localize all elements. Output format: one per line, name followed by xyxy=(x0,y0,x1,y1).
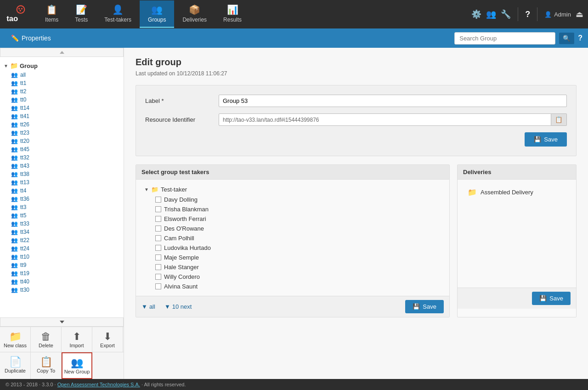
tree-item[interactable]: 👥tt36 xyxy=(9,195,122,203)
search-help-button[interactable]: ? xyxy=(578,34,582,42)
tt-checkbox[interactable] xyxy=(155,264,161,270)
nav-all-link[interactable]: ▼ all xyxy=(141,303,155,310)
tt-item[interactable]: Maje Semple xyxy=(152,253,445,262)
tt-checkbox[interactable] xyxy=(155,245,161,251)
tt-item[interactable]: Davy Dolling xyxy=(152,195,445,204)
resource-id-input[interactable] xyxy=(219,113,551,126)
tree-item[interactable]: 👥tt3 xyxy=(9,203,122,211)
label-input[interactable] xyxy=(219,95,567,107)
tree-item[interactable]: 👥tt34 xyxy=(9,228,122,236)
tt-checkbox[interactable] xyxy=(155,235,161,241)
tree-item[interactable]: 👥tt13 xyxy=(9,178,122,187)
settings-icon[interactable]: ⚙️ xyxy=(471,9,481,19)
tt-checkbox[interactable] xyxy=(155,274,161,280)
deliveries-panel-footer: 💾 Save xyxy=(458,288,576,309)
tree-item[interactable]: 👥tt40 xyxy=(9,277,122,286)
duplicate-label: Duplicate xyxy=(5,368,26,373)
tt-folder-label[interactable]: ▼ 📁 Test-taker xyxy=(141,184,445,195)
delete-icon: 🗑 xyxy=(41,331,51,343)
tt-checkbox[interactable] xyxy=(155,283,161,289)
tools-icon[interactable]: 🔧 xyxy=(501,9,511,19)
tree-item[interactable]: 👥tt24 xyxy=(9,244,122,253)
copy-to-icon: 📋 xyxy=(40,356,52,368)
folder-collapse-icon: ▼ xyxy=(4,63,8,68)
tree-item[interactable]: 👥tt26 xyxy=(9,120,122,129)
nav-item-deliveries[interactable]: 📦 Deliveries xyxy=(174,0,215,28)
tree-item[interactable]: 👥tt10 xyxy=(9,253,122,261)
nav-item-test-takers[interactable]: 👤 Test-takers xyxy=(96,0,140,28)
tree-item[interactable]: 👥tt45 xyxy=(9,145,122,153)
tree-item[interactable]: 👥tt19 xyxy=(9,269,122,277)
scroll-up-button[interactable] xyxy=(0,48,124,57)
resource-id-copy-button[interactable]: 📋 xyxy=(551,113,567,126)
delivery-item[interactable]: 📁 Assembled Delivery xyxy=(462,184,571,200)
tt-checkbox[interactable] xyxy=(155,197,161,203)
form-actions: 💾 Save xyxy=(145,132,567,147)
tree-item-label: tt19 xyxy=(20,270,29,277)
tree-item-label: tt2 xyxy=(20,88,26,95)
tree-item[interactable]: 👥tt4 xyxy=(9,187,122,195)
nav-item-items[interactable]: 📋 Items xyxy=(37,0,67,28)
tree-item[interactable]: 👥tt33 xyxy=(9,220,122,228)
tt-checkbox[interactable] xyxy=(155,206,161,212)
tree-item[interactable]: 👥tt38 xyxy=(9,170,122,178)
tt-checkbox[interactable] xyxy=(155,216,161,222)
tree-item-label: tt33 xyxy=(20,220,29,227)
properties-button[interactable]: ✏️ Properties xyxy=(6,32,57,45)
export-button[interactable]: ⬇ Export xyxy=(92,327,123,352)
tree-item[interactable]: 👥tt0 xyxy=(9,96,122,104)
form-save-button[interactable]: 💾 Save xyxy=(525,132,567,147)
nav-item-results[interactable]: 📊 Results xyxy=(215,0,250,28)
tree-item[interactable]: 👥tt14 xyxy=(9,104,122,112)
tree-root: ▼ 📁 Group 👥all👥tt1👥tt2👥tt0👥tt14👥tt41👥tt2… xyxy=(2,61,122,294)
help-icon[interactable]: ? xyxy=(525,10,530,19)
tt-item[interactable]: Willy Cordero xyxy=(152,272,445,282)
new-group-button[interactable]: 👥 New Group xyxy=(62,352,92,379)
tree-item-icon: 👥 xyxy=(11,237,18,243)
main-layout: ▼ 📁 Group 👥all👥tt1👥tt2👥tt0👥tt14👥tt41👥tt2… xyxy=(0,48,588,379)
new-class-button[interactable]: 📁 New class xyxy=(0,327,31,352)
import-button[interactable]: ⬆ Import xyxy=(62,327,92,352)
tt-checkbox[interactable] xyxy=(155,254,161,260)
tree-item[interactable]: 👥tt20 xyxy=(9,137,122,145)
nav-label-test-takers: Test-takers xyxy=(104,17,131,23)
test-takers-save-button[interactable]: 💾 Save xyxy=(405,300,444,313)
nav-next-link[interactable]: ▼ 10 next xyxy=(164,303,192,310)
tt-item[interactable]: Elsworth Ferrari xyxy=(152,214,445,224)
tree-item[interactable]: 👥tt9 xyxy=(9,261,122,269)
tt-item[interactable]: Des O'Rowane xyxy=(152,224,445,233)
tree-item[interactable]: 👥tt23 xyxy=(9,129,122,137)
nav-item-groups[interactable]: 👥 Groups xyxy=(140,0,174,28)
footer: © 2013 - 2018 · 3.3.0 · Open Assessment … xyxy=(0,379,588,390)
search-button[interactable]: 🔍 xyxy=(559,33,574,44)
tree-item[interactable]: 👥tt2 xyxy=(9,87,122,96)
scroll-down-button[interactable] xyxy=(0,317,124,327)
tt-item[interactable]: Ludovika Hurtado xyxy=(152,243,445,253)
tree-item[interactable]: 👥tt22 xyxy=(9,236,122,244)
footer-link[interactable]: Open Assessment Technologies S.A. xyxy=(57,382,140,387)
tree-item-label: tt3 xyxy=(20,204,26,210)
tree-item[interactable]: 👥tt43 xyxy=(9,162,122,170)
tree-item[interactable]: 👥tt1 xyxy=(9,79,122,87)
tree-folder-group[interactable]: ▼ 📁 Group xyxy=(2,61,122,71)
tt-checkbox[interactable] xyxy=(155,226,161,232)
nav-item-tests[interactable]: 📝 Tests xyxy=(67,0,96,28)
tree-item[interactable]: 👥tt41 xyxy=(9,112,122,120)
tt-item[interactable]: Cam Polhill xyxy=(152,233,445,243)
search-group-input[interactable] xyxy=(454,32,555,45)
tree-item-icon: 👥 xyxy=(11,254,18,260)
tree-item[interactable]: 👥tt30 xyxy=(9,286,122,294)
copy-to-button[interactable]: 📋 Copy To xyxy=(31,352,62,379)
tree-item[interactable]: 👥tt32 xyxy=(9,153,122,162)
tt-item[interactable]: Hale Stanger xyxy=(152,262,445,272)
tt-item[interactable]: Trisha Blankman xyxy=(152,204,445,214)
logout-icon[interactable]: ⏏ xyxy=(576,9,583,19)
tree-item[interactable]: 👥tt5 xyxy=(9,211,122,220)
delete-button[interactable]: 🗑 Delete xyxy=(31,327,62,352)
tree-item[interactable]: 👥all xyxy=(9,71,122,79)
users-icon[interactable]: 👥 xyxy=(486,9,496,19)
tt-item[interactable]: Alvina Saunt xyxy=(152,282,445,291)
svg-point-3 xyxy=(20,10,21,11)
deliveries-save-button[interactable]: 💾 Save xyxy=(532,292,571,305)
duplicate-button[interactable]: 📄 Duplicate xyxy=(0,352,31,379)
